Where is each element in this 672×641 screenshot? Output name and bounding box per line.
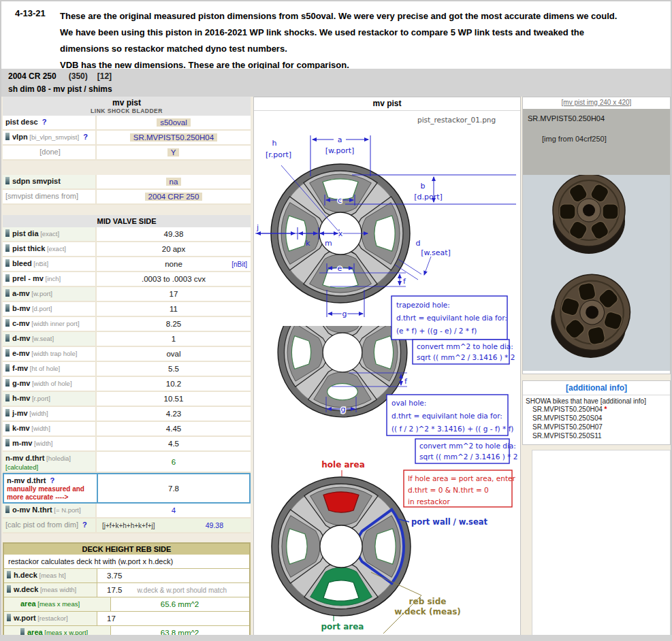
reb-side-label: reb side	[409, 597, 447, 606]
row-value: none[nBit]	[97, 257, 251, 271]
svg-text:in restackor: in restackor	[408, 497, 450, 506]
table-row: j-mv [width]4.23	[3, 407, 251, 422]
note-line: We have been using this piston in 2016-2…	[60, 24, 617, 41]
row-label: area [meas x meas]	[4, 597, 111, 611]
row-value: 17	[97, 612, 249, 625]
row-label: a-mv [w.port]	[3, 287, 97, 301]
row-label: sdpn smvpist	[3, 175, 97, 188]
additional-info-link[interactable]: [additional info]	[523, 381, 670, 395]
row-marker-icon	[5, 379, 10, 387]
bike-list-item: SR.MVPIST50.250H07	[532, 423, 670, 431]
mv-pist-table-header: mv pist LINK SHOCK BLADDER	[3, 97, 251, 116]
left-column: mv pist LINK SHOCK BLADDER pist desc?s50…	[3, 97, 251, 641]
spacer	[522, 374, 671, 380]
row-label: [smvpist dimens from]	[3, 190, 97, 203]
svg-text:If hole area = port area, ente: If hole area = port area, enter	[408, 474, 515, 482]
table-row: m-mv [width]4.5	[3, 437, 251, 452]
svg-text:d: d	[416, 239, 421, 248]
deck-height-table: DECK HEIGHT REB SIDE restackor calculate…	[3, 542, 251, 641]
center-panel: mv pist pist_restackor_01.png	[253, 97, 521, 636]
table-row: w.deck [meas width]17.5w.deck & w.port s…	[4, 583, 249, 597]
svg-text:trapezoid hole:: trapezoid hole:	[396, 301, 450, 309]
table-row: prel - mv [inch].0003 to .0003 cvx	[3, 272, 251, 287]
mv-pist-title: mv pist	[3, 98, 251, 108]
showa-list-title: SHOWA bikes that have [additional info]	[523, 395, 670, 405]
svg-text:(e * f) + ((g - e) / 2 * f): (e * f) + ((g - e) / 2 * f)	[396, 327, 477, 335]
nbit-link[interactable]: [nBit]	[231, 261, 247, 268]
svg-text:(( f / 2 )^2 * 3.1416) + (( g: (( f / 2 )^2 * 3.1416) + (( g - f) * f)	[391, 425, 513, 433]
table-row: k-mv [width]4.45	[3, 422, 251, 437]
note-lines: These are the original measured piston d…	[60, 8, 617, 73]
table-row: [calc pist od from dim]?[j+f+k+h+h+k+f+j…	[3, 519, 251, 533]
row-value: 65.6 mm^2	[111, 597, 249, 611]
row-marker-icon	[5, 334, 10, 342]
row-label: g-mv [width of hole]	[3, 377, 97, 391]
model-title: 2004 CR 250(350)[12]	[8, 71, 112, 81]
oval-g-label: g	[341, 405, 346, 414]
table-row: f-mv [ht of hole]5.5	[3, 362, 251, 377]
svg-text:[d.port]: [d.port]	[414, 193, 443, 201]
row-value: .0003 to .0003 cvx	[97, 272, 251, 286]
svg-text:c: c	[338, 196, 342, 205]
svg-text:e: e	[338, 264, 342, 273]
row-label: k-mv [width]	[3, 422, 97, 435]
row-value: 4.23	[97, 407, 251, 421]
mv-pist-img-link[interactable]: [mv pist img 240 x 420]	[523, 97, 670, 109]
row-marker-icon	[5, 409, 10, 416]
star-icon: *	[603, 406, 607, 413]
footer-strip	[0, 635, 672, 641]
help-link[interactable]: ?	[83, 133, 88, 141]
row-label: m-mv [width]	[3, 437, 97, 450]
help-link[interactable]: ?	[82, 521, 87, 529]
svg-text:k: k	[306, 239, 310, 248]
empty-panel	[532, 450, 671, 641]
image-caption-box: SR.MVPIST50.250H04 [img from 04crf250]	[523, 109, 670, 175]
row-marker-icon	[5, 506, 10, 513]
table-row: pist desc?s50oval	[3, 116, 251, 131]
row-label: pist thick [exact]	[3, 242, 97, 256]
row-marker-icon	[5, 349, 10, 357]
spacer	[3, 205, 251, 215]
row-marker-icon	[5, 319, 10, 327]
row-value: 3.75	[97, 569, 249, 582]
row-marker-icon	[5, 259, 10, 267]
row-value: 4.5	[97, 437, 251, 450]
deck-height-note: restackor calculates deck ht with (w.por…	[4, 555, 249, 569]
title-bar: 2004 CR 250(350)[12] sh dim 08 - mv pist…	[1, 69, 671, 97]
row-value: [j+f+k+h+h+k+f+j]49.38	[97, 519, 251, 532]
row-value: 20 apx	[97, 242, 251, 256]
row-label: vlpn [bi_vlpn_smvpist]?	[3, 131, 97, 144]
row-value[interactable]: na	[97, 175, 251, 188]
table-row: h-mv [r.port]10.51	[3, 392, 251, 407]
model-num: [12]	[97, 71, 112, 81]
row-marker-icon	[5, 424, 10, 431]
help-link[interactable]: ?	[50, 476, 54, 484]
row-value: 49.38	[97, 227, 251, 241]
svg-text:sqrt (( mm^2 / 3.1416 ) * 2: sqrt (( mm^2 / 3.1416 ) * 2	[419, 453, 517, 461]
row-label: j-mv [width]	[3, 407, 97, 421]
mid-valve-table-rows: pist dia [exact]49.38pist thick [exact]2…	[3, 227, 251, 533]
row-marker-icon	[5, 439, 10, 446]
row-label: h-mv [r.port]	[3, 392, 97, 406]
row-value[interactable]: SR.MVPIST50.250H04	[97, 131, 251, 144]
svg-text:d.thrt = 0 & N.thrt = 0: d.thrt = 0 & N.thrt = 0	[408, 486, 489, 494]
svg-text:f: f	[403, 277, 406, 286]
help-link[interactable]: ?	[42, 118, 47, 126]
port-wall-label: port wall / w.seat	[411, 517, 487, 527]
page: 4-13-21 These are the original measured …	[0, 0, 672, 641]
row-label: [done]	[3, 146, 97, 159]
row-label: c-mv [width inner port]	[3, 317, 97, 331]
row-marker-icon	[7, 585, 11, 593]
oval-f-label: f	[404, 377, 408, 386]
row-value: 6	[97, 452, 251, 472]
note-line: dimensions so restackor matched dyno tes…	[60, 41, 617, 57]
row-value: 10.51	[97, 392, 251, 406]
table-row: a-mv [w.port]17	[3, 287, 251, 302]
sdpn-table-rows: sdpn smvpistna[smvpist dimens from]2004 …	[3, 175, 251, 205]
row-marker-icon	[5, 244, 10, 252]
table-row: [done]Y	[3, 146, 251, 161]
row-value[interactable]: 2004 CRF 250	[97, 190, 251, 203]
row-marker-icon	[5, 274, 10, 282]
row-value[interactable]: s50oval	[97, 116, 251, 129]
row-value[interactable]: Y	[97, 146, 251, 159]
